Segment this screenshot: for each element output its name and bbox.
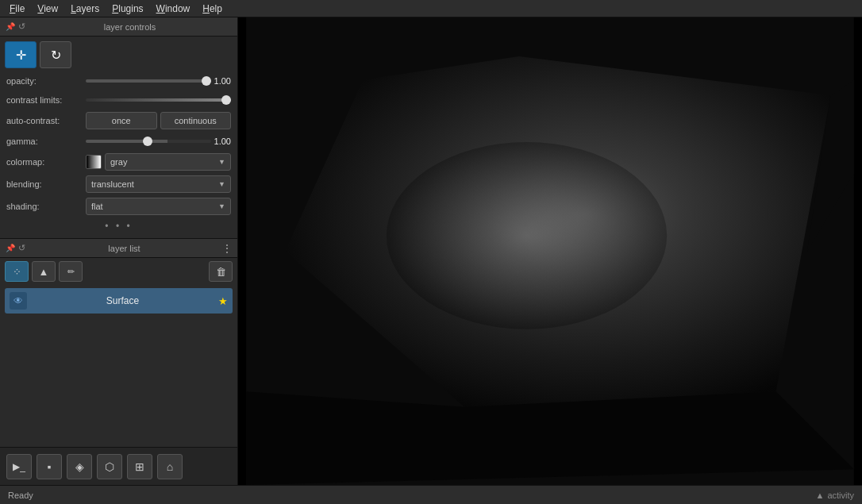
layer-items-container: 👁 Surface ★ [0,285,237,317]
square-button[interactable]: ▪ [37,454,62,479]
layer-name: Surface [27,295,218,306]
layer-item[interactable]: 👁 Surface ★ [5,288,233,314]
home-icon: ⌂ [167,460,173,473]
opacity-slider-container [86,79,211,83]
contrast-label: contrast limits: [6,95,86,105]
refresh-icon[interactable]: ↺ [16,21,27,33]
layer-list-toolbar: ⁘ ▲ ✏ 🗑 [0,258,237,285]
layer-list-section: 📌 ↺ layer list ⋮ ⁘ ▲ ✏ 🗑 [0,239,237,447]
menu-file[interactable]: File [3,2,31,16]
layer-list-refresh-icon[interactable]: ↺ [16,243,27,254]
canvas-area[interactable] [238,17,862,485]
colormap-swatch [86,155,102,169]
statusbar: Ready ▲ activity [0,485,862,504]
blending-arrow-icon: ▼ [218,180,225,188]
cube-icon: ◈ [75,460,84,473]
layer-controls-header: 📌 ↺ layer controls [0,17,237,37]
blending-label: blending: [6,179,86,189]
shading-row: shading: flat ▼ [0,195,237,217]
terminal-button[interactable]: ▶_ [6,454,32,479]
contrast-slider[interactable] [86,98,231,102]
blending-row: blending: translucent ▼ [0,173,237,195]
menu-plugins[interactable]: Plugins [106,2,149,16]
transform-buttons-row: ✛ ↻ [0,37,237,71]
delete-layer-button[interactable]: 🗑 [209,261,233,282]
points-tool-button[interactable]: ⁘ [5,261,29,282]
grid-icon: ⊞ [135,460,144,473]
points-icon: ⁘ [13,266,21,278]
colormap-dropdown[interactable]: gray ▼ [105,153,231,171]
rotate-icon: ↻ [51,48,61,63]
shapes-tool-button[interactable]: ▲ [32,261,56,282]
expand-dots[interactable]: • • • [0,217,237,235]
main-layout: 📌 ↺ layer controls ✛ ↻ opacity: 1.00 [0,17,862,485]
contrast-slider-container [86,98,231,102]
blending-value: translucent [91,179,134,189]
shapes-icon: ▲ [39,266,49,278]
gamma-slider-container [86,140,211,143]
gamma-row: gamma: 1.00 [0,132,237,151]
move-button[interactable]: ✛ [5,41,37,68]
shading-arrow-icon: ▼ [218,202,225,210]
trash-icon: 🗑 [216,266,226,278]
menubar: File View Layers Plugins Window Help [0,0,862,17]
colormap-value: gray [110,157,127,167]
canvas-svg [238,17,862,485]
contrast-row: contrast limits: [0,90,237,110]
bottom-toolbar: ▶_ ▪ ◈ ⬡ ⊞ ⌂ [0,447,237,485]
activity-button[interactable]: ▲ activity [815,491,854,500]
layer-controls-title: layer controls [27,22,233,32]
pin-icon[interactable]: 📌 [5,21,16,33]
shading-value: flat [91,202,103,211]
opacity-row: opacity: 1.00 [0,71,237,90]
gamma-label: gamma: [6,137,86,146]
auto-contrast-label: auto-contrast: [6,116,86,125]
continuous-button[interactable]: continuous [160,112,232,129]
terminal-icon: ▶_ [13,461,25,472]
colormap-arrow-icon: ▼ [218,158,225,166]
labels-icon: ✏ [67,267,75,277]
eye-icon: 👁 [13,295,23,306]
layer-list-header: 📌 ↺ layer list ⋮ [0,239,237,258]
activity-arrow-icon: ▲ [815,491,824,500]
opacity-slider[interactable] [86,79,211,83]
gamma-slider[interactable] [86,140,211,143]
layer-list-pin-icon[interactable]: 📌 [5,243,16,254]
home-button[interactable]: ⌂ [157,454,183,479]
svg-point-4 [387,142,667,329]
opacity-label: opacity: [6,76,86,86]
cube-open-icon: ⬡ [105,460,114,473]
menu-layers[interactable]: Layers [64,2,106,16]
auto-contrast-row: auto-contrast: once continuous [0,110,237,132]
shading-label: shading: [6,202,86,211]
status-ready: Ready [8,491,33,500]
blending-dropdown[interactable]: translucent ▼ [86,175,231,193]
colormap-label: colormap: [6,157,86,167]
shading-dropdown[interactable]: flat ▼ [86,198,231,215]
colormap-dropdown-container: gray ▼ [86,153,231,171]
labels-tool-button[interactable]: ✏ [59,261,83,282]
svg-marker-3 [246,391,854,485]
opacity-value: 1.00 [214,76,231,86]
menu-view[interactable]: View [31,2,64,16]
colormap-row: colormap: gray ▼ [0,151,237,173]
cube-open-button[interactable]: ⬡ [97,454,122,479]
square-icon: ▪ [48,460,52,473]
layer-star-icon[interactable]: ★ [218,295,228,307]
activity-label: activity [827,491,854,500]
auto-contrast-buttons: once continuous [86,112,231,129]
layer-list-title: layer list [27,244,221,253]
layer-controls-section: 📌 ↺ layer controls ✛ ↻ opacity: 1.00 [0,17,237,239]
layer-list-menu-icon[interactable]: ⋮ [221,243,233,254]
once-button[interactable]: once [86,112,157,129]
menu-window[interactable]: Window [150,2,197,16]
menu-help[interactable]: Help [196,2,229,16]
left-panel: 📌 ↺ layer controls ✛ ↻ opacity: 1.00 [0,17,238,485]
grid-button[interactable]: ⊞ [127,454,152,479]
gamma-value: 1.00 [214,137,231,146]
layer-visibility-toggle[interactable]: 👁 [10,292,27,310]
dots-icon: • • • [105,221,132,232]
cube-button[interactable]: ◈ [67,454,92,479]
move-icon: ✛ [16,48,26,63]
rotate-button[interactable]: ↻ [40,41,71,68]
